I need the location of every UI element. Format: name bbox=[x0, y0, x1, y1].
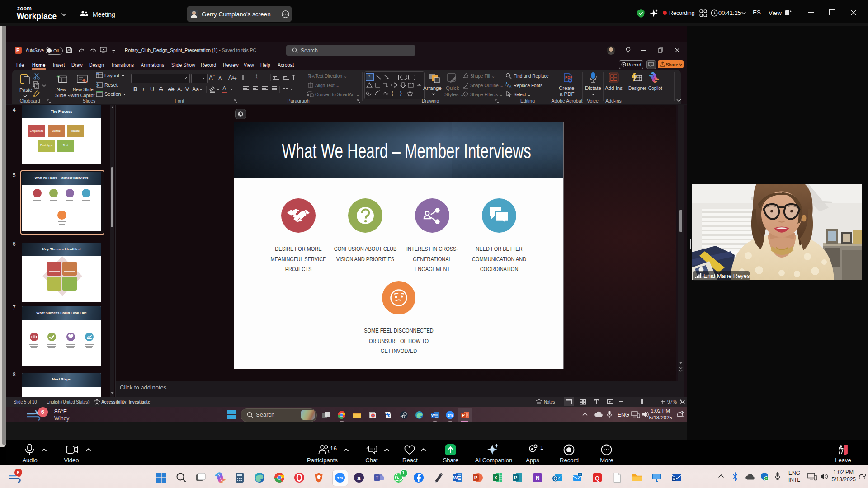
svg-text:zm: zm bbox=[448, 413, 453, 418]
svg-text:a: a bbox=[357, 474, 361, 482]
svg-text:O: O bbox=[673, 477, 675, 480]
svg-text:P: P bbox=[474, 475, 477, 480]
svg-text:N: N bbox=[536, 475, 540, 481]
svg-text:T: T bbox=[376, 475, 378, 480]
svg-text:X: X bbox=[494, 475, 498, 480]
svg-text:A: A bbox=[509, 85, 512, 88]
svg-text:W: W bbox=[453, 475, 458, 480]
svg-text:zm: zm bbox=[337, 475, 343, 480]
svg-text:W: W bbox=[431, 413, 435, 418]
svg-text:P: P bbox=[514, 475, 517, 480]
svg-text:Q: Q bbox=[595, 475, 599, 482]
svg-text:PDF: PDF bbox=[565, 75, 572, 80]
svg-text:P: P bbox=[462, 413, 465, 418]
